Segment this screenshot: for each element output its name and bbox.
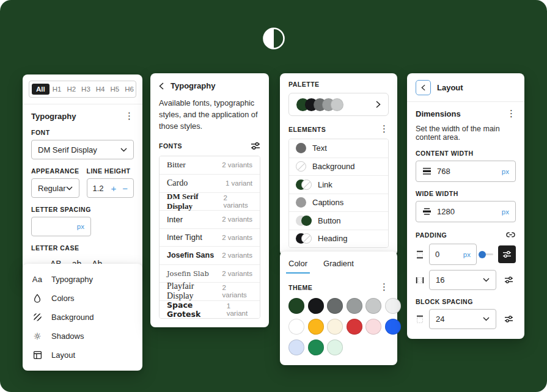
letter-spacing-unit[interactable]: px xyxy=(77,223,84,230)
tab-h2[interactable]: H2 xyxy=(64,84,78,95)
element-item-link[interactable]: Link xyxy=(289,175,388,194)
font-name: Josefin Sans xyxy=(167,251,214,260)
tab-h5[interactable]: H5 xyxy=(108,84,122,95)
theme-swatch[interactable] xyxy=(308,339,324,355)
chevron-down-icon xyxy=(66,186,73,191)
padding-options-button[interactable] xyxy=(501,276,516,284)
theme-swatch[interactable] xyxy=(385,298,401,314)
theme-swatch[interactable] xyxy=(365,319,381,335)
letter-spacing-input[interactable]: px xyxy=(31,217,91,236)
content-width-field[interactable] xyxy=(437,167,496,176)
font-list-item[interactable]: DM Serif Display 2 variants xyxy=(160,192,260,211)
block-spacing-icon[interactable] xyxy=(416,315,424,324)
theme-swatch[interactable] xyxy=(308,298,324,314)
nav-item-label: Layout xyxy=(51,350,75,360)
color-indicator-unset xyxy=(301,180,312,190)
block-spacing-select[interactable]: 24 xyxy=(429,309,496,329)
font-list-item[interactable]: Inter 2 variants xyxy=(160,210,260,228)
theme-swatch[interactable] xyxy=(327,339,343,355)
palette-swatch-preview xyxy=(296,98,376,111)
font-list-item[interactable]: Bitter 2 variants xyxy=(160,156,260,175)
padding-slider[interactable] xyxy=(482,253,493,255)
padding-preset-select[interactable]: 16 xyxy=(429,270,496,290)
settings-sliders-icon xyxy=(504,276,513,284)
font-list-item[interactable]: Space Grotesk 1 variant xyxy=(160,300,260,319)
font-variants: 2 variants xyxy=(222,161,252,169)
element-item-text[interactable]: Text xyxy=(289,139,388,158)
theme-swatch[interactable] xyxy=(327,298,343,314)
theme-swatch[interactable] xyxy=(288,339,304,355)
theme-swatch[interactable] xyxy=(347,319,362,335)
decrement-button[interactable]: − xyxy=(122,183,128,194)
theme-swatch[interactable] xyxy=(308,319,324,335)
sidebar-item-background[interactable]: Background xyxy=(31,308,134,327)
tab-gradient[interactable]: Gradient xyxy=(323,259,354,274)
sidebar-item-typography[interactable]: Aa Typography xyxy=(31,270,134,289)
settings-sliders-icon xyxy=(504,315,513,323)
tab-h6[interactable]: H6 xyxy=(122,84,136,95)
appearance-select[interactable]: Regular xyxy=(31,178,79,198)
settings-sliders-icon[interactable] xyxy=(251,142,260,150)
tab-h3[interactable]: H3 xyxy=(79,84,93,95)
sidebar-item-shadows[interactable]: ☼ Shadows xyxy=(31,327,134,346)
chevron-left-icon[interactable] xyxy=(159,82,164,90)
sidebar-item-colors[interactable]: Colors xyxy=(31,289,134,308)
theme-swatch[interactable] xyxy=(327,319,343,335)
padding-value-field[interactable] xyxy=(435,250,463,259)
font-list-item[interactable]: Inter Tight 2 variants xyxy=(160,228,260,247)
tab-all[interactable]: All xyxy=(32,84,50,95)
block-spacing-label: BLOCK SPACING xyxy=(416,298,516,305)
kebab-menu-icon[interactable]: ⋮ xyxy=(380,125,389,134)
font-variants: 1 variant xyxy=(226,180,252,187)
unit-px[interactable]: px xyxy=(463,251,471,258)
line-height-value[interactable]: 1.2 xyxy=(93,184,105,193)
increment-button[interactable]: + xyxy=(111,183,116,194)
unit-px[interactable]: px xyxy=(502,168,509,175)
font-list-item[interactable]: Cardo 1 variant xyxy=(160,174,260,192)
tab-color[interactable]: Color xyxy=(288,259,307,274)
font-list-item[interactable]: Josefin Slab 2 variants xyxy=(160,264,260,283)
tab-h4[interactable]: H4 xyxy=(94,84,108,95)
typography-detail-panel: Typography Available fonts, typographic … xyxy=(150,73,269,327)
color-indicator xyxy=(296,143,306,153)
element-item-button[interactable]: Button xyxy=(289,211,388,230)
slider-knob[interactable] xyxy=(479,251,486,258)
palette-button[interactable] xyxy=(288,93,389,116)
theme-swatch[interactable] xyxy=(365,298,381,314)
theme-swatch[interactable] xyxy=(288,319,304,335)
block-spacing-options-button[interactable] xyxy=(501,315,516,323)
nav-item-label: Typography xyxy=(51,275,93,284)
sidebar-item-layout[interactable]: Layout xyxy=(31,346,134,365)
kebab-menu-icon[interactable]: ⋮ xyxy=(380,283,389,292)
theme-swatch[interactable] xyxy=(385,319,401,335)
padding-vertical-icon[interactable] xyxy=(416,250,424,259)
element-item-background[interactable]: Background xyxy=(289,158,388,176)
wide-width-field[interactable] xyxy=(437,207,496,216)
kebab-menu-icon[interactable]: ⋮ xyxy=(507,109,516,118)
font-list-item[interactable]: Josefin Sans 2 variants xyxy=(160,246,260,264)
back-button[interactable] xyxy=(416,80,431,95)
tab-h1[interactable]: H1 xyxy=(50,84,64,95)
dimensions-title: Dimensions xyxy=(416,109,461,118)
element-item-captions[interactable]: Captions xyxy=(289,194,388,212)
wide-width-icon xyxy=(422,208,431,216)
font-variants: 2 variants xyxy=(222,216,252,223)
padding-label: PADDING xyxy=(416,231,447,239)
unit-px[interactable]: px xyxy=(502,208,509,216)
theme-swatch[interactable] xyxy=(347,298,362,314)
typography-settings-panel: All H1 H2 H3 H4 H5 H6 Typography ⋮ FONT … xyxy=(23,74,142,278)
font-variants: 2 variants xyxy=(222,234,252,241)
unlink-icon[interactable] xyxy=(505,231,516,239)
font-variants: 2 variants xyxy=(223,194,252,209)
chevron-down-icon xyxy=(483,278,490,282)
font-list-item[interactable]: Playfair Display 2 variants xyxy=(160,282,260,300)
letter-spacing-label: LETTER SPACING xyxy=(31,206,134,213)
element-item-heading[interactable]: Heading xyxy=(289,230,388,248)
kebab-menu-icon[interactable]: ⋮ xyxy=(125,112,134,121)
theme-swatch[interactable] xyxy=(288,298,304,314)
appearance-select-value: Regular xyxy=(38,184,66,193)
padding-options-button-active[interactable] xyxy=(498,245,516,263)
padding-horizontal-icon[interactable] xyxy=(416,276,424,285)
font-select[interactable]: DM Serif Display xyxy=(31,140,134,159)
element-label: Captions xyxy=(312,198,343,207)
